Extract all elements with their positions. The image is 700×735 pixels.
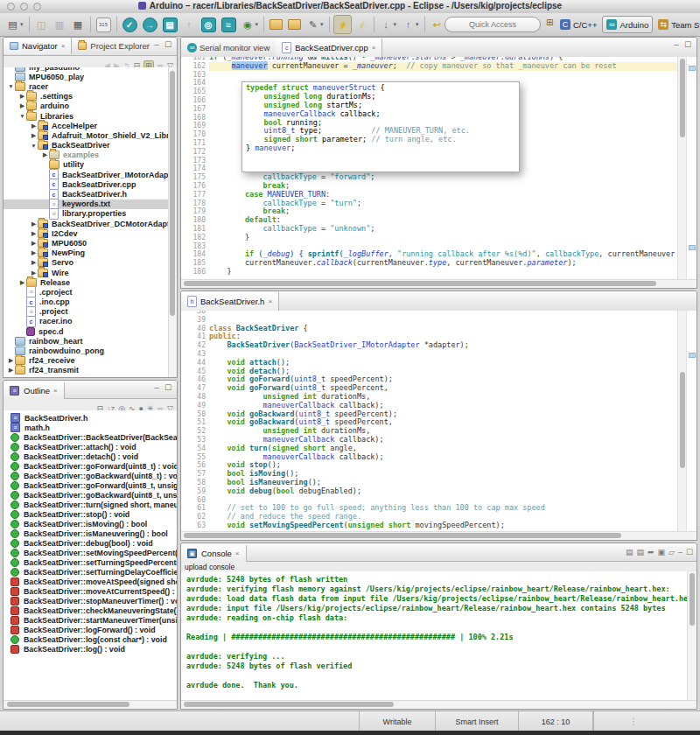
tree-item-newping[interactable]: ▶NewPing — [4, 248, 169, 258]
editor-header-code[interactable]: class BackSeatDriver { public: BackSeatD… — [209, 311, 678, 532]
maximize-icon[interactable]: ☐ — [164, 383, 173, 392]
tree-item-rainbowduino-pong[interactable]: rainbowduino_pong — [4, 346, 169, 355]
upload-button[interactable]: → — [141, 16, 159, 33]
tree-expand-arrow-icon[interactable]: ▶ — [30, 270, 38, 276]
tree-item-racer-ino[interactable]: racer.ino — [4, 317, 169, 326]
next-annotation-button[interactable]: ↓▾ — [378, 16, 399, 33]
outline-item[interactable]: BackSeatDriver::startManeuverTimer(unsig… — [4, 615, 177, 625]
scroll-lock-icon[interactable]: ▤ — [636, 548, 644, 556]
prev-annotation-button[interactable]: ↑▾ — [400, 16, 421, 33]
tree-item-backseatdriver[interactable]: ▼BackSeatDriver — [4, 141, 169, 150]
verify-button[interactable]: ✓ — [121, 16, 139, 33]
display-selected-console-icon[interactable]: ▣ — [657, 548, 665, 556]
tab-outline[interactable]: ≡Outline× — [4, 382, 65, 399]
tab-serial-monitor-view[interactable]: ∞Serial monitor view — [181, 38, 276, 57]
editor-header-hscrollbar[interactable] — [181, 531, 696, 540]
tab-backseatdriver-cpp[interactable]: BackSeatDriver.cpp× — [276, 38, 382, 57]
tree-item-backseatdriver-h[interactable]: BackSeatDriver.h — [4, 189, 169, 199]
navigator-minmax[interactable]: – ☐ — [154, 40, 173, 49]
outline-item[interactable]: BackSeatDriver::detach() : void — [4, 452, 177, 461]
tree-item-backseatdriver-dcmotoradapter[interactable]: ▶BackSeatDriver_DCMotorAdapter — [4, 219, 169, 228]
tree-item-examples[interactable]: ▶examples — [4, 150, 169, 160]
outline-item[interactable]: BackSeatDriver::setTurningSpeedPercent(u… — [4, 557, 177, 567]
pin-console-icon[interactable]: ➦ — [648, 548, 654, 556]
console-vscrollbar[interactable] — [687, 571, 696, 702]
maximize-icon[interactable]: ☐ — [164, 40, 173, 49]
tab-console[interactable]: ▣Console× — [181, 545, 247, 562]
tree-expand-arrow-icon[interactable]: ▼ — [7, 83, 15, 89]
tree-item-mpu6050-play[interactable]: MPU6050_play — [4, 72, 169, 81]
outline-item[interactable]: BackSeatDriver::log(const char*) : void — [4, 634, 177, 644]
minimize-icon[interactable]: – — [678, 548, 682, 556]
tree-item-rainbow-heart[interactable]: rainbow_heart — [4, 336, 169, 346]
serial-monitor-button[interactable]: ◎ — [200, 16, 218, 33]
outline-hscrollbar[interactable] — [4, 700, 177, 709]
quick-access-button[interactable]: Quick Access — [444, 17, 541, 32]
minimize-icon[interactable]: – — [674, 40, 680, 49]
tree-item-utility[interactable]: utility — [4, 160, 169, 170]
tree-expand-arrow-icon[interactable]: ▶ — [30, 240, 38, 247]
new-sketch-button[interactable]: ▤ — [161, 16, 179, 33]
tree-item-mpu6050[interactable]: ▶MPU6050 — [4, 238, 169, 248]
outline-item[interactable]: BackSeatDriver::goForward(uint8_t) : voi… — [4, 461, 177, 471]
tree-expand-arrow-icon[interactable]: ▼ — [30, 143, 38, 149]
tree-expand-arrow-icon[interactable]: ▶ — [30, 259, 38, 266]
tree-expand-arrow-icon[interactable]: ▼ — [18, 113, 26, 119]
outline-item[interactable]: BackSeatDriver::debug(bool) : void — [4, 538, 177, 548]
outline-item[interactable]: ≡math.h — [4, 423, 177, 432]
mark-occurrences-button[interactable]: ▰ — [333, 15, 352, 34]
outline-item[interactable]: BackSeatDriver::goBackward(uint8_t, unsi… — [4, 490, 177, 500]
outline-item[interactable]: BackSeatDriver::moveAtCurrentSpeed() : v… — [4, 586, 177, 596]
clear-console-icon[interactable]: ▤ — [626, 548, 634, 556]
run-external-tools-button[interactable]: ◉▾ — [240, 16, 261, 33]
tree-item-libraries[interactable]: ▼Libraries — [4, 111, 169, 121]
tree-expand-arrow-icon[interactable]: ▶ — [30, 220, 38, 228]
perspective-c-c-[interactable]: CC/C++ — [556, 17, 600, 32]
perspective-arduino[interactable]: ∞Arduino — [602, 16, 653, 33]
tree-item-backseatdriver-cpp[interactable]: BackSeatDriver.cpp — [4, 179, 169, 189]
outline-item[interactable]: BackSeatDriver::setTurningDelayCoefficie… — [4, 567, 177, 577]
outline-item[interactable]: BackSeatDriver::BackSeatDriver(BackSeatD… — [4, 432, 177, 442]
serial-plotter-button[interactable]: ≈ — [220, 16, 238, 33]
tab-backseatdriver-h[interactable]: BackSeatDriver.h× — [181, 292, 279, 311]
last-edit-location-button[interactable]: ↩ — [429, 16, 445, 33]
perspective-team-synchronizing[interactable]: ⇆Team Synchronizing — [654, 17, 700, 32]
open-perspective-button[interactable]: ⊞ — [546, 18, 553, 27]
outline-item[interactable]: BackSeatDriver::stopManeuverTimer() : vo… — [4, 596, 177, 606]
tree-expand-arrow-icon[interactable]: ▶ — [18, 279, 26, 286]
outline-item[interactable]: BackSeatDriver::goForward(uint8_t, unsig… — [4, 480, 177, 490]
console-hscrollbar[interactable] — [181, 700, 696, 709]
outline-item[interactable]: BackSeatDriver::checkManeuveringState() … — [4, 606, 177, 615]
minimize-icon[interactable]: – — [154, 383, 160, 392]
close-icon[interactable]: × — [53, 387, 58, 395]
print-button[interactable]: ▦ — [70, 16, 87, 33]
editor-area-minmax[interactable]: – ☐ — [674, 40, 693, 49]
outline-item[interactable]: BackSeatDriver::setMovingSpeedPercent(un… — [4, 548, 177, 557]
format-button[interactable]: ✎▾ — [304, 16, 326, 33]
outline-minmax[interactable]: – ☐ — [154, 383, 173, 392]
outline-item[interactable]: BackSeatDriver::logForward() : void — [4, 625, 177, 634]
tree-expand-arrow-icon[interactable]: ▶ — [18, 93, 26, 100]
tree-expand-arrow-icon[interactable]: ▶ — [7, 357, 15, 364]
outline-item[interactable]: BackSeatDriver::isManeuvering() : bool — [4, 528, 177, 538]
editor-header-content[interactable]: 3839404142434445464748495051525354555657… — [181, 311, 696, 532]
tree-expand-arrow-icon[interactable]: ▶ — [7, 367, 15, 374]
tree-item-rf24-transmit[interactable]: ▶rf24_transmit — [4, 366, 169, 375]
build-button[interactable]: 315 — [94, 16, 113, 33]
editor-cpp-hscrollbar[interactable] — [181, 279, 696, 288]
outline-item[interactable]: BackSeatDriver::attach() : void — [4, 442, 177, 452]
maximize-icon[interactable]: ☐ — [684, 40, 693, 49]
outline-item[interactable]: BackSeatDriver::log() : void — [4, 644, 177, 654]
tree-item-accelhelper[interactable]: ▶AccelHelper — [4, 121, 169, 130]
tree-item-backseatdriver-imotoradapter-h[interactable]: BackSeatDriver_IMotorAdapter.h — [4, 170, 169, 179]
tree-item-i2cdev[interactable]: ▶I2Cdev — [4, 228, 169, 238]
tree-item--cproject[interactable]: .cproject — [4, 287, 169, 297]
tree-item-library-properties[interactable]: library.properties — [4, 209, 169, 219]
tab-project-explorer[interactable]: Project Explorer — [72, 38, 156, 54]
tree-item-adafruit-motor-shield-v2-library[interactable]: ▶Adafruit_Motor_Shield_V2_Library — [4, 130, 169, 140]
outline-item[interactable]: BackSeatDriver::turn(signed short, maneu… — [4, 500, 177, 509]
tree-item-spec-d[interactable]: spec.d — [4, 326, 169, 336]
tree-expand-arrow-icon[interactable]: ▶ — [41, 151, 49, 158]
tree-expand-arrow-icon[interactable]: ▶ — [18, 102, 26, 109]
tree-expand-arrow-icon[interactable]: ▶ — [30, 122, 38, 130]
